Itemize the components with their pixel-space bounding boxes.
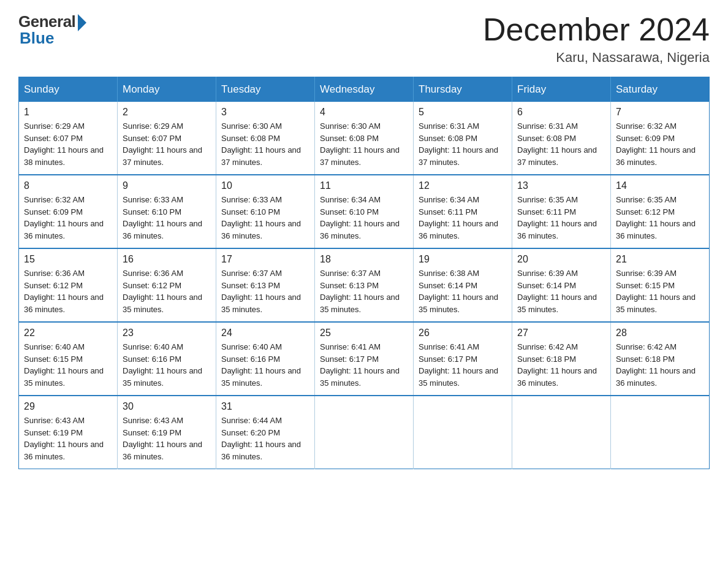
day-info: Sunrise: 6:40 AMSunset: 6:15 PMDaylight:… xyxy=(24,341,112,389)
location-title: Karu, Nassarawa, Nigeria xyxy=(483,50,710,66)
calendar-body: 1Sunrise: 6:29 AMSunset: 6:07 PMDaylight… xyxy=(19,102,710,469)
day-number: 12 xyxy=(419,180,507,191)
day-number: 8 xyxy=(24,180,112,191)
calendar-cell: 30Sunrise: 6:43 AMSunset: 6:19 PMDayligh… xyxy=(118,396,216,469)
day-number: 31 xyxy=(221,401,309,412)
day-number: 7 xyxy=(616,107,704,118)
calendar-cell: 8Sunrise: 6:32 AMSunset: 6:09 PMDaylight… xyxy=(19,175,118,248)
title-area: December 2024 Karu, Nassarawa, Nigeria xyxy=(483,12,710,66)
day-number: 3 xyxy=(221,107,309,118)
calendar-cell: 27Sunrise: 6:42 AMSunset: 6:18 PMDayligh… xyxy=(512,322,611,396)
calendar-cell: 6Sunrise: 6:31 AMSunset: 6:08 PMDaylight… xyxy=(512,102,611,175)
day-number: 6 xyxy=(517,107,605,118)
calendar-cell: 12Sunrise: 6:34 AMSunset: 6:11 PMDayligh… xyxy=(414,175,512,248)
day-number: 30 xyxy=(123,401,211,412)
calendar-cell: 17Sunrise: 6:37 AMSunset: 6:13 PMDayligh… xyxy=(216,248,315,322)
day-number: 26 xyxy=(419,327,507,339)
calendar-cell: 19Sunrise: 6:38 AMSunset: 6:14 PMDayligh… xyxy=(414,248,512,322)
day-number: 15 xyxy=(24,254,112,265)
calendar-cell: 3Sunrise: 6:30 AMSunset: 6:08 PMDaylight… xyxy=(216,102,315,175)
day-info: Sunrise: 6:35 AMSunset: 6:12 PMDaylight:… xyxy=(616,194,704,242)
calendar-week-4: 22Sunrise: 6:40 AMSunset: 6:15 PMDayligh… xyxy=(19,322,710,396)
day-info: Sunrise: 6:40 AMSunset: 6:16 PMDaylight:… xyxy=(221,341,309,389)
calendar-cell: 13Sunrise: 6:35 AMSunset: 6:11 PMDayligh… xyxy=(512,175,611,248)
calendar-cell: 25Sunrise: 6:41 AMSunset: 6:17 PMDayligh… xyxy=(315,322,414,396)
logo-blue-text: Blue xyxy=(20,29,54,48)
calendar-week-3: 15Sunrise: 6:36 AMSunset: 6:12 PMDayligh… xyxy=(19,248,710,322)
day-info: Sunrise: 6:41 AMSunset: 6:17 PMDaylight:… xyxy=(419,341,507,389)
calendar-cell: 14Sunrise: 6:35 AMSunset: 6:12 PMDayligh… xyxy=(611,175,710,248)
day-info: Sunrise: 6:44 AMSunset: 6:20 PMDaylight:… xyxy=(221,415,309,462)
header-cell-thursday: Thursday xyxy=(414,77,512,102)
calendar-cell: 9Sunrise: 6:33 AMSunset: 6:10 PMDaylight… xyxy=(118,175,216,248)
day-info: Sunrise: 6:32 AMSunset: 6:09 PMDaylight:… xyxy=(616,120,704,168)
calendar-cell: 1Sunrise: 6:29 AMSunset: 6:07 PMDaylight… xyxy=(19,102,118,175)
day-info: Sunrise: 6:32 AMSunset: 6:09 PMDaylight:… xyxy=(24,194,112,242)
day-number: 2 xyxy=(123,107,211,118)
day-info: Sunrise: 6:33 AMSunset: 6:10 PMDaylight:… xyxy=(221,194,309,242)
day-number: 20 xyxy=(517,254,605,265)
calendar-cell: 11Sunrise: 6:34 AMSunset: 6:10 PMDayligh… xyxy=(315,175,414,248)
day-info: Sunrise: 6:30 AMSunset: 6:08 PMDaylight:… xyxy=(320,120,408,168)
day-info: Sunrise: 6:43 AMSunset: 6:19 PMDaylight:… xyxy=(24,415,112,462)
day-number: 22 xyxy=(24,327,112,339)
day-number: 25 xyxy=(320,327,408,339)
day-info: Sunrise: 6:43 AMSunset: 6:19 PMDaylight:… xyxy=(123,415,211,462)
calendar-cell: 31Sunrise: 6:44 AMSunset: 6:20 PMDayligh… xyxy=(216,396,315,469)
day-number: 19 xyxy=(419,254,507,265)
day-number: 10 xyxy=(221,180,309,191)
day-info: Sunrise: 6:29 AMSunset: 6:07 PMDaylight:… xyxy=(123,120,211,168)
header-cell-tuesday: Tuesday xyxy=(216,77,315,102)
calendar-cell xyxy=(315,396,414,469)
logo: General Blue xyxy=(18,12,86,48)
day-number: 29 xyxy=(24,401,112,412)
day-info: Sunrise: 6:38 AMSunset: 6:14 PMDaylight:… xyxy=(419,267,507,315)
day-number: 5 xyxy=(419,107,507,118)
day-info: Sunrise: 6:34 AMSunset: 6:11 PMDaylight:… xyxy=(419,194,507,242)
calendar-cell xyxy=(414,396,512,469)
day-info: Sunrise: 6:34 AMSunset: 6:10 PMDaylight:… xyxy=(320,194,408,242)
calendar-cell: 16Sunrise: 6:36 AMSunset: 6:12 PMDayligh… xyxy=(118,248,216,322)
calendar-cell: 5Sunrise: 6:31 AMSunset: 6:08 PMDaylight… xyxy=(414,102,512,175)
calendar-cell: 2Sunrise: 6:29 AMSunset: 6:07 PMDaylight… xyxy=(118,102,216,175)
day-info: Sunrise: 6:30 AMSunset: 6:08 PMDaylight:… xyxy=(221,120,309,168)
header-cell-sunday: Sunday xyxy=(19,77,118,102)
day-number: 16 xyxy=(123,254,211,265)
calendar-cell xyxy=(512,396,611,469)
calendar-cell: 28Sunrise: 6:42 AMSunset: 6:18 PMDayligh… xyxy=(611,322,710,396)
day-number: 28 xyxy=(616,327,704,339)
calendar-header: SundayMondayTuesdayWednesdayThursdayFrid… xyxy=(19,77,710,102)
day-info: Sunrise: 6:36 AMSunset: 6:12 PMDaylight:… xyxy=(123,267,211,315)
day-info: Sunrise: 6:31 AMSunset: 6:08 PMDaylight:… xyxy=(419,120,507,168)
day-info: Sunrise: 6:40 AMSunset: 6:16 PMDaylight:… xyxy=(123,341,211,389)
calendar-cell: 18Sunrise: 6:37 AMSunset: 6:13 PMDayligh… xyxy=(315,248,414,322)
day-info: Sunrise: 6:41 AMSunset: 6:17 PMDaylight:… xyxy=(320,341,408,389)
calendar-cell: 15Sunrise: 6:36 AMSunset: 6:12 PMDayligh… xyxy=(19,248,118,322)
calendar-cell: 24Sunrise: 6:40 AMSunset: 6:16 PMDayligh… xyxy=(216,322,315,396)
day-number: 14 xyxy=(616,180,704,191)
day-number: 13 xyxy=(517,180,605,191)
day-number: 27 xyxy=(517,327,605,339)
calendar-cell: 4Sunrise: 6:30 AMSunset: 6:08 PMDaylight… xyxy=(315,102,414,175)
day-number: 17 xyxy=(221,254,309,265)
day-number: 4 xyxy=(320,107,408,118)
calendar-week-2: 8Sunrise: 6:32 AMSunset: 6:09 PMDaylight… xyxy=(19,175,710,248)
calendar-cell: 29Sunrise: 6:43 AMSunset: 6:19 PMDayligh… xyxy=(19,396,118,469)
day-info: Sunrise: 6:29 AMSunset: 6:07 PMDaylight:… xyxy=(24,120,112,168)
day-info: Sunrise: 6:31 AMSunset: 6:08 PMDaylight:… xyxy=(517,120,605,168)
day-number: 18 xyxy=(320,254,408,265)
calendar-cell: 21Sunrise: 6:39 AMSunset: 6:15 PMDayligh… xyxy=(611,248,710,322)
day-number: 21 xyxy=(616,254,704,265)
day-info: Sunrise: 6:42 AMSunset: 6:18 PMDaylight:… xyxy=(517,341,605,389)
day-number: 23 xyxy=(123,327,211,339)
header-cell-wednesday: Wednesday xyxy=(315,77,414,102)
month-title: December 2024 xyxy=(483,12,710,47)
logo-arrow-icon xyxy=(78,14,86,31)
header-cell-friday: Friday xyxy=(512,77,611,102)
day-info: Sunrise: 6:39 AMSunset: 6:15 PMDaylight:… xyxy=(616,267,704,315)
calendar-cell: 22Sunrise: 6:40 AMSunset: 6:15 PMDayligh… xyxy=(19,322,118,396)
calendar-cell: 26Sunrise: 6:41 AMSunset: 6:17 PMDayligh… xyxy=(414,322,512,396)
day-info: Sunrise: 6:42 AMSunset: 6:18 PMDaylight:… xyxy=(616,341,704,389)
day-info: Sunrise: 6:33 AMSunset: 6:10 PMDaylight:… xyxy=(123,194,211,242)
calendar-cell: 20Sunrise: 6:39 AMSunset: 6:14 PMDayligh… xyxy=(512,248,611,322)
